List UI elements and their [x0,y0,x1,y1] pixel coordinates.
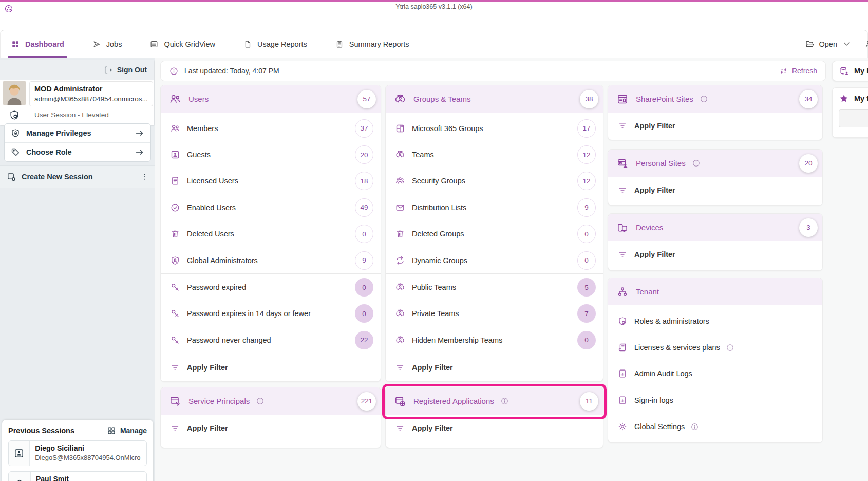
stat-row[interactable]: Dynamic Groups 0 [386,247,603,273]
nav-tab[interactable]: Jobs [90,30,124,58]
titlebar-accent-line [0,0,868,2]
stat-row-count-badge: 0 [577,225,596,243]
tenant-link-row[interactable]: Global Settings [608,414,822,440]
sharepoint-apply-filter-button[interactable]: Apply Filter [608,113,822,139]
window-title: Ytria sapio365 v3.1.1 (x64) [0,3,868,10]
previous-sessions-header: Previous Sessions Manage [8,426,147,435]
sign-out-button[interactable]: Sign Out [103,65,147,75]
sign-out-label: Sign Out [117,66,147,74]
sidebar-action-item[interactable]: Manage Privileges [5,124,150,142]
previous-session-item[interactable]: Diego Siciliani DiegoS@M365x88704954.OnM… [8,440,147,466]
my-favorites-input[interactable] [839,109,868,127]
account-person-icon[interactable] [864,39,868,49]
users-card-header[interactable]: Users 57 [161,85,381,113]
personal-sites-icon [616,157,629,170]
groups-teams-count-badge: 38 [580,90,598,108]
my-data-icon [839,66,850,77]
stat-row-icon [395,123,405,134]
stat-row-icon [395,176,405,186]
devices-apply-filter-button[interactable]: Apply Filter [608,241,822,268]
users-apply-filter-button[interactable]: Apply Filter [161,354,381,381]
tenant-link-row[interactable]: Admin Audit Logs [608,361,822,387]
groups-apply-filter-button[interactable]: Apply Filter [386,354,603,381]
tenant-link-row[interactable]: Roles & administrators [608,308,822,334]
tenant-link-row[interactable]: Licenses & services plans [608,334,822,360]
my-data-card[interactable]: My D [832,61,868,81]
sharepoint-sites-header[interactable]: SharePoint Sites 34 [608,85,822,113]
registered-applications-count-badge: 11 [580,392,598,411]
user-email: admin@M365x88704954.onmicros... [34,95,148,103]
service-principals-apply-filter-button[interactable]: Apply Filter [161,415,381,441]
open-button[interactable]: Open [805,39,852,49]
session-icon-cell [9,472,31,481]
registered-applications-header[interactable]: Registered Applications 11 [386,387,603,415]
last-updated-bar: Last updated: Today, 4:07 PM Refresh [160,61,826,81]
kebab-menu-icon[interactable] [140,172,149,181]
previous-session-item[interactable]: Paul Smit [8,471,147,481]
nav-tab[interactable]: Summary Reports [333,30,411,58]
personal-sites-header[interactable]: Personal Sites 20 [608,150,822,177]
sharepoint-sites-card: SharePoint Sites 34 Apply Filter [608,85,823,140]
personal-sites-apply-filter-button[interactable]: Apply Filter [608,177,822,203]
stat-row-label: Guests [187,151,211,159]
main-navbar: Dashboard Jobs Quick GridView Usage Repo… [0,30,868,58]
stat-row[interactable]: Hidden Membership Teams 0 [386,327,603,353]
user-name: MOD Administrator [34,85,148,93]
stat-row[interactable]: Password expires in 14 days or fewer 0 [161,301,381,327]
refresh-button[interactable]: Refresh [779,67,817,76]
stat-row-count-badge: 37 [355,119,373,138]
stat-row[interactable]: Teams 12 [386,141,603,168]
nav-tab-label: Jobs [106,40,122,48]
sidebar-action-item[interactable]: Choose Role [5,142,150,161]
service-principals-header[interactable]: Service Principals 221 [161,387,381,415]
stat-row[interactable]: Security Groups 12 [386,168,603,194]
my-favorites-card: My f [832,87,868,138]
service-principals-icon [169,395,181,408]
stat-row[interactable]: Deleted Users 0 [161,221,381,247]
service-principals-title: Service Principals [188,397,250,405]
create-new-session-button[interactable]: Create New Session [0,165,155,188]
stat-row-count-badge: 0 [355,304,373,323]
stat-row[interactable]: Microsoft 365 Groups 17 [386,115,603,141]
nav-tab[interactable]: Dashboard [9,30,66,58]
filter-icon [617,185,628,195]
stat-row-count-badge: 0 [577,251,596,270]
nav-tab[interactable]: Quick GridView [147,30,217,58]
groups-teams-header[interactable]: Groups & Teams 38 [386,85,603,113]
tenant-link-row[interactable]: Sign-in logs [608,387,822,413]
star-icon [839,94,849,104]
tenant-header[interactable]: Tenant [608,278,822,305]
stat-row[interactable]: Password never changed 22 [161,327,381,353]
nav-tab[interactable]: Usage Reports [241,30,309,58]
nav-tab-icon [11,40,20,49]
manage-sessions-button[interactable]: Manage [107,426,147,435]
stat-row[interactable]: Enabled Users 49 [161,194,381,220]
stat-row[interactable]: Deleted Groups 0 [386,221,603,247]
stat-row[interactable]: Public Teams 5 [386,274,603,300]
stat-row[interactable]: Guests 20 [161,141,381,168]
info-icon [726,343,734,352]
stat-row[interactable]: Licensed Users 18 [161,168,381,194]
stat-row-count-badge: 22 [355,331,373,349]
registered-applications-apply-filter-button[interactable]: Apply Filter [386,415,603,441]
stat-row-count-badge: 12 [577,172,596,190]
stat-row[interactable]: Global Administrators 9 [161,247,381,273]
stat-row[interactable]: Members 37 [161,115,381,141]
nav-tab-label: Quick GridView [164,40,215,48]
stat-row-count-badge: 9 [355,251,373,270]
nav-tab-icon [92,40,101,49]
my-favorites-header[interactable]: My f [839,94,868,104]
stat-row[interactable]: Password expired 0 [161,274,381,300]
session-texts: Paul Smit [31,472,74,481]
stat-row-count-badge: 0 [355,278,373,297]
stat-row-label: Public Teams [412,283,456,291]
apply-filter-label: Apply Filter [412,424,453,432]
stat-row[interactable]: Private Teams 7 [386,301,603,327]
users-rows: Members 37 Guests 20 Licensed Users 18 E… [161,113,381,354]
tenant-rows: Roles & administrators Licenses & servic… [608,305,822,440]
stat-row[interactable]: Distribution Lists 9 [386,194,603,220]
info-icon [169,66,179,76]
tenant-row-icon [617,342,628,353]
devices-header[interactable]: Devices 3 [608,214,822,241]
apply-filter-label: Apply Filter [634,186,675,194]
